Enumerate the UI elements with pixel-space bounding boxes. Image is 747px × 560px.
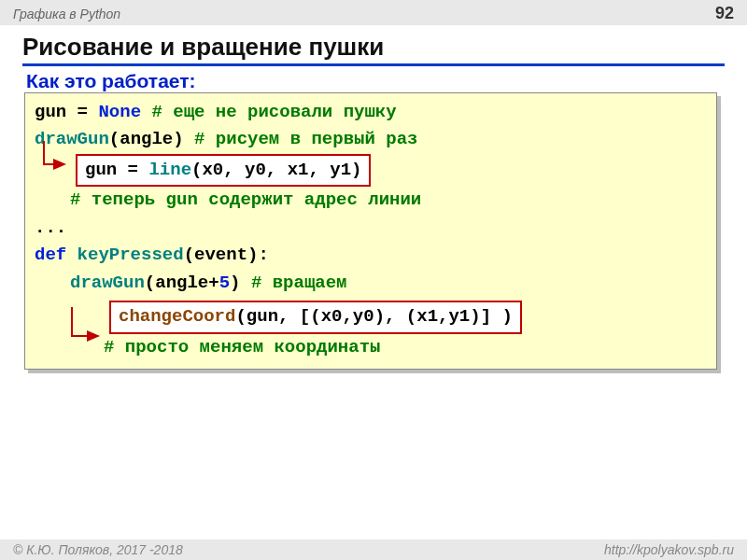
- code-comment: # вращаем: [251, 273, 347, 293]
- code-line-5: ...: [35, 215, 707, 242]
- code-func: drawGun: [70, 273, 145, 293]
- code-keyword-def: def: [35, 245, 78, 265]
- code-line-9: # просто меняем координаты: [35, 334, 707, 361]
- code-comment: # просто меняем координаты: [104, 337, 380, 357]
- footer-copyright: © К.Ю. Поляков, 2017 -2018: [13, 542, 183, 557]
- code-shadow: gun = None # еще не рисовали пушку drawG…: [28, 96, 721, 373]
- code-text: (x0, y0, x1, y1): [191, 160, 361, 180]
- code-line-2: drawGun(angle) # рисуем в первый раз: [35, 126, 707, 153]
- code-line-4: # теперь gun содержит адрес линии: [35, 187, 707, 214]
- code-line-1: gun = None # еще не рисовали пушку: [35, 99, 707, 126]
- slide-subtitle: Как это работает:: [0, 66, 747, 92]
- code-line-6: def keyPressed(event):: [35, 242, 707, 269]
- code-line-8: changeCoord(gun, [(x0,y0), (x1,y1)] ): [35, 301, 707, 333]
- header-topic: Графика в Python: [13, 7, 120, 21]
- code-text: (angle+: [145, 273, 219, 293]
- code-func: line: [148, 160, 191, 180]
- code-text: ): [230, 273, 251, 293]
- code-comment: # рисуем в первый раз: [194, 129, 417, 149]
- code-comment: # теперь gun содержит адрес линии: [70, 189, 421, 210]
- code-keyword-none: None: [98, 102, 141, 122]
- code-func: keyPressed: [78, 245, 184, 265]
- slide-header: Графика в Python 92: [0, 0, 747, 25]
- code-text: gun =: [35, 102, 98, 122]
- slide-footer: © К.Ю. Поляков, 2017 -2018 http://kpolya…: [0, 539, 747, 560]
- code-line-3: gun = line(x0, y0, x1, y1): [35, 154, 707, 187]
- highlight-box-1: gun = line(x0, y0, x1, y1): [76, 154, 371, 187]
- slide-title: Рисование и вращение пушки: [22, 33, 725, 66]
- code-block: gun = None # еще не рисовали пушку drawG…: [24, 92, 717, 370]
- page-number: 92: [715, 4, 734, 23]
- code-comment: # еще не рисовали пушку: [141, 102, 397, 122]
- code-text: (event):: [184, 245, 269, 265]
- code-text: (angle): [109, 129, 194, 149]
- code-text: gun =: [85, 160, 148, 180]
- code-func: changeCoord: [119, 306, 235, 327]
- code-text: ...: [35, 217, 66, 238]
- footer-url: http://kpolyakov.spb.ru: [604, 542, 734, 557]
- code-number: 5: [219, 273, 230, 293]
- slide-title-wrap: Рисование и вращение пушки: [0, 25, 747, 66]
- code-line-7: drawGun(angle+5) # вращаем: [35, 270, 707, 297]
- code-func: drawGun: [35, 129, 109, 149]
- code-text: (gun, [(x0,y0), (x1,y1)] ): [235, 306, 512, 327]
- highlight-box-2: changeCoord(gun, [(x0,y0), (x1,y1)] ): [109, 301, 522, 333]
